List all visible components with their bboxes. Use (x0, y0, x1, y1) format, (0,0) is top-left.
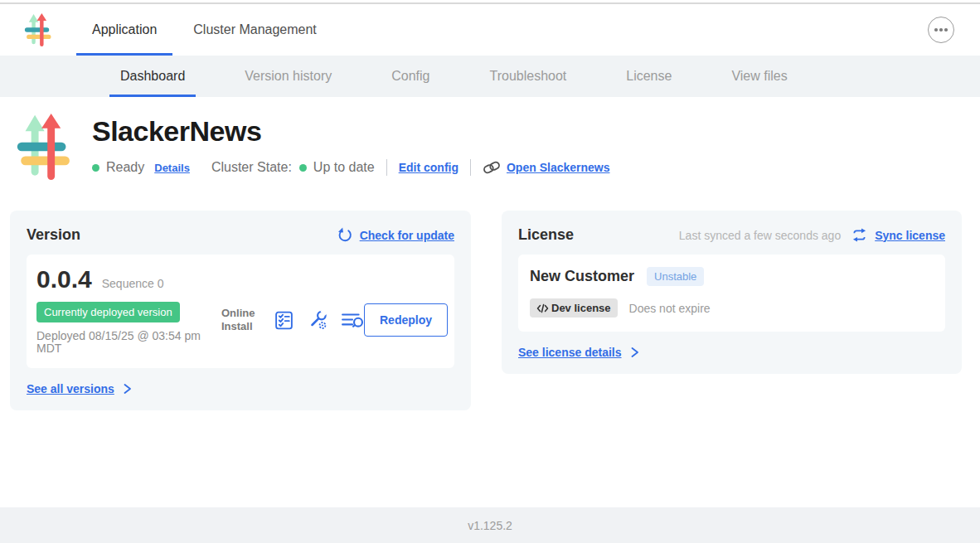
chevron-right-icon (122, 383, 133, 395)
license-card: License Last synced a few seconds ago Sy… (502, 211, 962, 374)
last-synced-text: Last synced a few seconds ago (679, 229, 841, 242)
license-type-badge: Dev license (530, 298, 618, 318)
install-type-label: Online Install (221, 307, 261, 332)
divider (470, 159, 471, 176)
redeploy-button[interactable]: Redeploy (364, 303, 448, 337)
top-nav: Application Cluster Management (0, 4, 980, 56)
tab-application-label: Application (92, 22, 157, 37)
app-header: SlackerNews Ready Details Cluster State:… (14, 114, 980, 180)
preflight-checks-icon[interactable] (274, 310, 294, 331)
tab-version-history[interactable]: Version history (234, 56, 342, 97)
link-icon (483, 161, 501, 174)
tab-cluster-management-label: Cluster Management (193, 22, 317, 37)
version-card-title: Version (27, 226, 80, 244)
status-details-link[interactable]: Details (154, 162, 190, 174)
cluster-state-dot (299, 164, 307, 172)
tab-troubleshoot[interactable]: Troubleshoot (478, 56, 577, 97)
app-subnav: Dashboard Version history Config Trouble… (0, 56, 980, 97)
config-wrench-icon[interactable] (307, 309, 328, 331)
license-card-title: License (518, 226, 574, 244)
tab-cluster-management[interactable]: Cluster Management (177, 4, 332, 56)
app-logo-large-icon (14, 114, 70, 180)
app-status-dot (92, 164, 99, 172)
console-version: v1.125.2 (468, 519, 512, 532)
deployed-badge: Currently deployed version (36, 302, 180, 322)
check-for-update-link[interactable]: Check for update (337, 227, 454, 243)
sync-icon (851, 228, 867, 242)
edit-config-link[interactable]: Edit config (399, 161, 458, 174)
ellipsis-icon (934, 28, 938, 32)
view-logs-icon[interactable] (341, 310, 364, 330)
version-number: 0.0.4 (36, 265, 92, 293)
version-card: Version Check for update 0.0.4 Sequence … (10, 211, 471, 410)
app-status-text: Ready (106, 160, 144, 175)
tab-application[interactable]: Application (76, 4, 172, 56)
app-status-row: Ready Details Cluster State: Up to date … (92, 159, 610, 176)
page-title: SlackerNews (92, 115, 610, 148)
tab-license[interactable]: License (615, 56, 682, 97)
main-content: SlackerNews Ready Details Cluster State:… (0, 97, 980, 507)
footer: v1.125.2 (0, 507, 980, 543)
current-version-panel: 0.0.4 Sequence 0 Currently deployed vers… (27, 255, 454, 368)
open-app-link[interactable]: Open Slackernews (483, 161, 610, 174)
license-details-panel: New Customer Unstable Dev license (518, 255, 945, 332)
cluster-state-label: Cluster State: (211, 160, 292, 175)
channel-badge: Unstable (647, 267, 704, 286)
tab-config[interactable]: Config (381, 56, 440, 97)
see-license-details-link[interactable]: See license details (518, 346, 945, 359)
deployed-timestamp: Deployed 08/15/25 @ 03:54 pm MDT (36, 330, 211, 355)
see-all-versions-link[interactable]: See all versions (27, 382, 454, 395)
divider (386, 159, 387, 176)
cluster-state-text: Up to date (313, 160, 375, 175)
tab-dashboard[interactable]: Dashboard (109, 56, 196, 97)
sync-license-link[interactable]: Sync license (875, 229, 945, 242)
customer-name: New Customer (530, 268, 634, 285)
code-icon (536, 303, 549, 313)
refresh-icon (337, 227, 352, 243)
version-sequence: Sequence 0 (102, 277, 164, 290)
chevron-right-icon (629, 347, 640, 358)
app-logo-icon (23, 13, 51, 46)
overflow-menu-button[interactable] (928, 17, 954, 43)
license-expiry: Does not expire (629, 302, 711, 315)
tab-view-files[interactable]: View files (720, 56, 798, 97)
